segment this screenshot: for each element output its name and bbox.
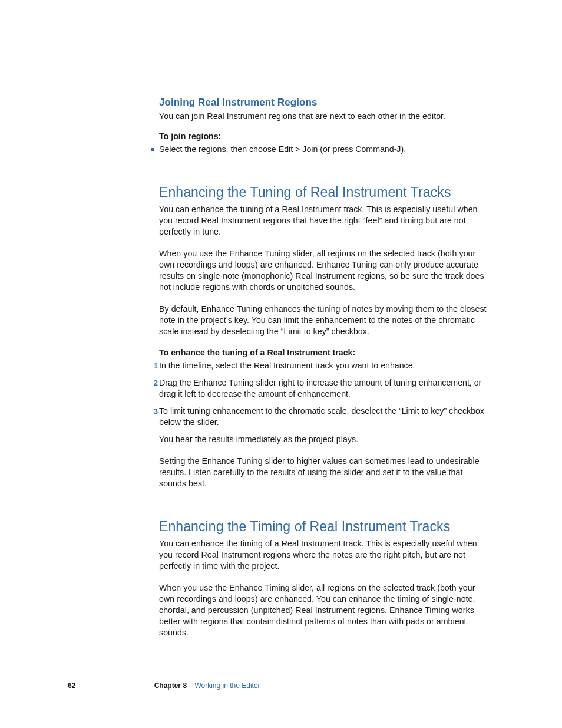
body-text: Setting the Enhance Tuning slider to hig… bbox=[159, 456, 489, 489]
step-number: 1 bbox=[150, 360, 158, 371]
content-column: Joining Real Instrument Regions You can … bbox=[159, 97, 489, 649]
task-lead: To join regions: bbox=[159, 131, 489, 141]
page-number: 62 bbox=[68, 681, 75, 690]
subheading-joining: Joining Real Instrument Regions bbox=[159, 97, 489, 108]
step-number: 3 bbox=[150, 406, 158, 417]
body-text: You can join Real Instrument regions tha… bbox=[159, 111, 489, 122]
step-text: Drag the Enhance Tuning slider right to … bbox=[159, 378, 481, 398]
step-item: 1 In the timeline, select the Real Instr… bbox=[159, 360, 489, 371]
heading-enhance-timing: Enhancing the Timing of Real Instrument … bbox=[159, 519, 489, 535]
body-text: You can enhance the tuning of a Real Ins… bbox=[159, 204, 489, 238]
step-item: 3 To limit tuning enhancement to the chr… bbox=[159, 406, 489, 428]
page-footer: 62 Chapter 8 Working in the Editor bbox=[68, 681, 492, 690]
body-text: You hear the results immediately as the … bbox=[159, 434, 489, 445]
body-text: When you use the Enhance Tuning slider, … bbox=[159, 248, 489, 293]
step-text: To limit tuning enhancement to the chrom… bbox=[159, 406, 484, 427]
page: Joining Real Instrument Regions You can … bbox=[0, 0, 562, 728]
heading-enhance-tuning: Enhancing the Tuning of Real Instrument … bbox=[159, 185, 489, 200]
step-item: 2 Drag the Enhance Tuning slider right t… bbox=[159, 377, 489, 400]
body-text: When you use the Enhance Timing slider, … bbox=[159, 582, 489, 638]
body-text: By default, Enhance Tuning enhances the … bbox=[159, 304, 489, 337]
chapter-label: Chapter 8 bbox=[154, 681, 187, 690]
task-lead: To enhance the tuning of a Real Instrume… bbox=[159, 348, 489, 357]
chapter-title: Working in the Editor bbox=[194, 681, 260, 690]
step-text: In the timeline, select the Real Instrum… bbox=[159, 361, 415, 370]
footer-rule bbox=[78, 694, 78, 719]
bullet-item: Select the regions, then choose Edit > J… bbox=[159, 144, 489, 155]
step-number: 2 bbox=[150, 377, 158, 388]
body-text: You can enhance the timing of a Real Ins… bbox=[159, 538, 489, 572]
